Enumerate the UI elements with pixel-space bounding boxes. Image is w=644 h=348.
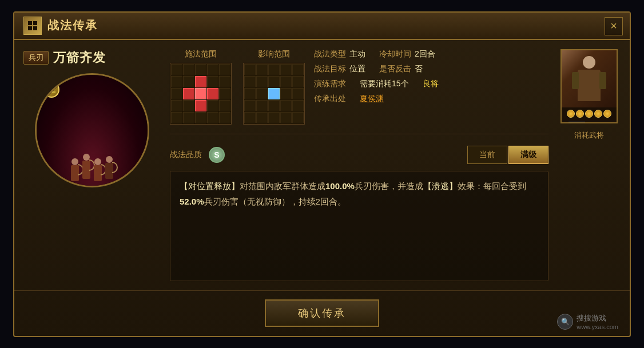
max-level-button[interactable]: 满级 bbox=[508, 146, 548, 164]
grid-cell bbox=[195, 112, 206, 123]
stat-target-pair: 战法目标 位置 bbox=[314, 64, 365, 74]
stat-type-pair: 战法类型 主动 bbox=[314, 49, 365, 59]
grid-cell bbox=[292, 100, 304, 111]
type-value: 主动 bbox=[349, 49, 365, 59]
svg-rect-0 bbox=[28, 21, 32, 25]
grid-cell bbox=[256, 76, 268, 87]
target-value: 位置 bbox=[349, 64, 365, 74]
skill-name: 万箭齐发 bbox=[53, 49, 106, 66]
archer-figure-1 bbox=[71, 158, 79, 181]
cooldown-label: 冷却时间 bbox=[379, 49, 411, 59]
watermark-site-name: 搜搜游戏 bbox=[577, 313, 618, 323]
grid-cell bbox=[183, 76, 194, 87]
stat-cooldown-pair: 冷却时间 2回合 bbox=[379, 49, 435, 59]
influence-range-grid: 影响范围 bbox=[243, 49, 305, 125]
modal: 战法传承 × 兵刃 万箭齐发 bbox=[13, 11, 631, 337]
modal-title: 战法传承 bbox=[47, 18, 98, 33]
grid-cell bbox=[292, 88, 304, 99]
modal-overlay: 战法传承 × 兵刃 万箭齐发 bbox=[0, 0, 644, 348]
grid-cell bbox=[280, 112, 292, 123]
archer-figure-3 bbox=[94, 158, 102, 181]
grid-cell bbox=[171, 100, 182, 111]
desc-bracket-2: 【溃逃】 bbox=[423, 181, 458, 191]
target-label: 战法目标 bbox=[314, 64, 346, 74]
desc-type-2: 兵刃伤害（无视防御），持续2回合。 bbox=[204, 197, 346, 206]
description-box: 【对位置释放】对范围内敌军群体造成100.0%兵刃伤害，并造成【溃逃】效果：每回… bbox=[170, 171, 548, 281]
practice-value: 需要消耗15个 bbox=[360, 79, 409, 89]
grid-cell bbox=[195, 64, 206, 75]
grid-cell bbox=[171, 64, 182, 75]
grid-cell bbox=[207, 112, 218, 123]
grid-cell bbox=[268, 100, 280, 111]
svg-rect-2 bbox=[28, 26, 32, 30]
grid-cell bbox=[195, 100, 206, 111]
svg-rect-1 bbox=[33, 21, 37, 25]
desc-effect-text: 效果：每回合受到 bbox=[458, 181, 526, 191]
grid-cell bbox=[171, 112, 182, 123]
cooldown-value: 2回合 bbox=[415, 49, 435, 59]
general-name: 夏侯渊 bbox=[587, 121, 610, 123]
main-badge: 主 bbox=[43, 82, 59, 98]
grid-cell bbox=[207, 88, 218, 99]
grid-cell bbox=[292, 112, 304, 123]
grid-cell bbox=[183, 100, 194, 111]
general-card: 御 6 bbox=[560, 49, 618, 123]
grid-cell bbox=[207, 100, 218, 111]
modal-footer: 确认传承 🔍 搜搜游戏 www.yxas.com bbox=[14, 290, 630, 336]
grid-cell bbox=[256, 88, 268, 99]
stat-row-2: 战法目标 位置 是否反击 否 bbox=[314, 64, 548, 74]
confirm-button[interactable]: 确认传承 bbox=[265, 299, 379, 327]
grid-cell bbox=[244, 100, 256, 111]
desc-pct-1: 100.0% bbox=[325, 181, 355, 191]
desc-bracket-1: 【对位置释放】 bbox=[180, 181, 240, 191]
grid-cell bbox=[244, 88, 256, 99]
stats-section: 战法类型 主动 冷却时间 2回合 战法目标 位置 bbox=[314, 49, 548, 104]
grid-cell bbox=[256, 64, 268, 75]
grid-cell bbox=[268, 112, 280, 123]
stat-row-1: 战法类型 主动 冷却时间 2回合 bbox=[314, 49, 548, 59]
star-2 bbox=[576, 110, 584, 118]
grid-cell bbox=[183, 112, 194, 123]
star-5 bbox=[603, 110, 611, 118]
archer-bow-4 bbox=[112, 162, 118, 173]
close-button[interactable]: × bbox=[605, 17, 623, 35]
quality-badge: S bbox=[209, 147, 225, 163]
level-buttons: 当前 满级 bbox=[467, 146, 548, 164]
stat-row-4: 传承出处 夏侯渊 bbox=[314, 94, 548, 104]
influence-range-label: 影响范围 bbox=[258, 49, 290, 59]
general-name-row: 魏 5 夏侯渊 bbox=[562, 121, 617, 123]
counter-value: 否 bbox=[415, 64, 423, 74]
svg-rect-3 bbox=[33, 26, 37, 30]
grid-cell bbox=[171, 88, 182, 99]
range-section: 施法范围 影响范围 bbox=[170, 49, 305, 125]
grid-cell bbox=[280, 64, 292, 75]
grid-cell bbox=[207, 76, 218, 87]
header-icon bbox=[23, 17, 42, 35]
grid-cell bbox=[195, 88, 206, 99]
grid-cell bbox=[268, 88, 280, 99]
influence-grid bbox=[243, 63, 305, 125]
skill-type-badge: 兵刃 bbox=[23, 51, 49, 65]
grid-cell bbox=[244, 64, 256, 75]
grid-cell bbox=[219, 64, 230, 75]
grid-cell bbox=[292, 64, 304, 75]
inherit-value[interactable]: 夏侯渊 bbox=[360, 94, 384, 104]
practice-label: 演练需求 bbox=[314, 79, 346, 89]
grid-cell bbox=[183, 64, 194, 75]
grid-cell bbox=[256, 100, 268, 111]
attack-grid bbox=[170, 63, 232, 125]
skill-avatar-circle: 主 bbox=[35, 73, 149, 187]
current-level-button[interactable]: 当前 bbox=[467, 146, 507, 164]
left-panel: 兵刃 万箭齐发 bbox=[23, 49, 161, 281]
skill-avatar-wrapper: 主 bbox=[23, 73, 161, 187]
grid-cell bbox=[280, 76, 292, 87]
consume-label: 消耗武将 bbox=[574, 130, 604, 141]
archer-figure-2 bbox=[82, 154, 90, 181]
stat-row-3: 演练需求 需要消耗15个 良将 bbox=[314, 79, 548, 89]
modal-body: 兵刃 万箭齐发 bbox=[14, 40, 630, 290]
top-info-row: 施法范围 影响范围 战法类型 主动 bbox=[170, 49, 548, 125]
quality-label: 战法品质 bbox=[170, 150, 202, 160]
stars-row bbox=[562, 107, 617, 120]
divider bbox=[170, 134, 548, 134]
star-4 bbox=[594, 110, 602, 118]
